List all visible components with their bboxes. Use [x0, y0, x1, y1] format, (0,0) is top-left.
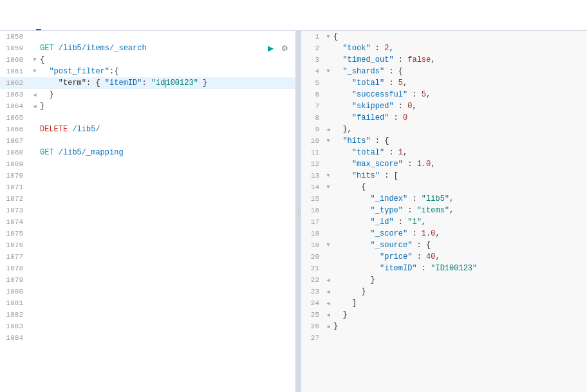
response-fold-indicator[interactable]: ◀ [324, 312, 332, 319]
response-line-number: 13 [301, 172, 324, 180]
top-navigation [0, 0, 587, 31]
response-fold-indicator[interactable]: ▼ [324, 184, 332, 191]
editor-line-1084: 1084 [0, 332, 295, 344]
response-line-content: } [332, 310, 587, 319]
editor-line-1058: 1058 [0, 31, 295, 42]
response-line-1: 1▼{ [301, 31, 587, 42]
response-line-number: 3 [301, 56, 324, 64]
response-fold-indicator[interactable]: ▼ [324, 173, 332, 179]
line-number: 1084 [0, 334, 31, 342]
response-line-23: 23◀ } [301, 286, 587, 297]
tab-search-profiler[interactable] [36, 0, 41, 30]
editor-line-1062: 1062 "term": { "itemID": "id100123" } [0, 77, 295, 89]
response-line-content: "_source" : { [332, 241, 587, 250]
line-number: 1074 [0, 218, 31, 226]
response-fold-indicator[interactable]: ◀ [324, 126, 332, 133]
line-number: 1067 [0, 137, 31, 145]
response-line-3: 3 "timed_out" : false, [301, 54, 587, 66]
response-lines: 1▼{2 "took" : 2,3 "timed_out" : false,4▼… [301, 31, 587, 344]
response-line-number: 25 [301, 311, 324, 319]
response-fold-indicator[interactable]: ▼ [324, 68, 332, 75]
response-fold-indicator[interactable]: ◀ [324, 300, 332, 307]
editor-line-1081: 1081 [0, 297, 295, 309]
settings-button[interactable]: ⚙ [279, 42, 290, 54]
line-number: 1063 [0, 91, 31, 98]
line-number: 1078 [0, 265, 31, 272]
response-line-content: }, [332, 125, 587, 134]
response-line-number: 6 [301, 91, 324, 98]
line-number: 1081 [0, 299, 31, 307]
editor-line-1082: 1082 [0, 309, 295, 321]
line-number: 1077 [0, 253, 31, 261]
editor-panel: 10581059GET /lib5/items/_search▶⚙1060▼{1… [0, 31, 296, 392]
line-number: 1061 [0, 68, 31, 75]
response-fold-indicator[interactable]: ◀ [324, 288, 332, 295]
line-content: GET /lib5/_mapping [39, 148, 295, 157]
editor-line-1063: 1063◀ } [0, 89, 295, 100]
response-line-2: 2 "took" : 2, [301, 42, 587, 54]
line-number: 1079 [0, 276, 31, 284]
response-fold-indicator[interactable]: ◀ [324, 323, 332, 330]
response-line-17: 17 "_id" : "1", [301, 216, 587, 228]
line-number: 1075 [0, 230, 31, 238]
tab-grok-debugger[interactable] [62, 0, 67, 30]
response-fold-indicator[interactable]: ▼ [324, 242, 332, 248]
response-panel[interactable]: 1▼{2 "took" : 2,3 "timed_out" : false,4▼… [301, 31, 587, 392]
editor-line-1076: 1076 [0, 239, 295, 251]
response-line-number: 22 [301, 276, 324, 284]
line-content: } [39, 90, 295, 99]
editor-line-1072: 1072 [0, 193, 295, 205]
response-line-number: 14 [301, 183, 324, 191]
response-line-number: 10 [301, 137, 324, 145]
response-line-number: 26 [301, 322, 324, 330]
editor-line-1067: 1067 [0, 135, 295, 147]
response-line-content: "_shards" : { [332, 67, 587, 76]
line-number: 1060 [0, 56, 31, 64]
response-line-number: 9 [301, 126, 324, 133]
response-line-content: "total" : 5, [332, 79, 587, 88]
line-content: } [39, 102, 295, 111]
code-editor[interactable]: 10581059GET /lib5/items/_search▶⚙1060▼{1… [0, 31, 295, 392]
response-line-number: 24 [301, 299, 324, 307]
line-content: "term": { "itemID": "id100123" } [39, 79, 295, 88]
line-number: 1071 [0, 183, 31, 191]
fold-indicator[interactable]: ▼ [31, 57, 39, 63]
response-line-number: 21 [301, 265, 324, 272]
line-content: { [39, 55, 295, 64]
editor-line-1065: 1065 [0, 112, 295, 124]
response-line-5: 5 "total" : 5, [301, 77, 587, 89]
response-fold-indicator[interactable]: ◀ [324, 277, 332, 284]
resize-handle[interactable]: ⋮ [296, 31, 301, 392]
response-line-15: 15 "_index" : "lib5", [301, 193, 587, 205]
fold-indicator[interactable]: ◀ [31, 91, 39, 98]
editor-line-1069: 1069 [0, 158, 295, 170]
response-line-number: 17 [301, 218, 324, 226]
line-number: 1062 [0, 79, 31, 87]
line-number: 1068 [0, 149, 31, 156]
response-fold-indicator[interactable]: ▼ [324, 138, 332, 144]
fold-indicator[interactable]: ▼ [31, 68, 39, 75]
response-line-25: 25◀ } [301, 309, 587, 321]
response-line-content: "skipped" : 0, [332, 102, 587, 111]
response-line-content: "price" : 40, [332, 252, 587, 261]
line-number: 1066 [0, 126, 31, 133]
response-line-content: "itemID" : "ID100123" [332, 264, 587, 273]
response-line-content: "took" : 2, [332, 44, 587, 53]
editor-line-1066: 1066DELETE /lib5/ [0, 124, 295, 135]
response-line-number: 8 [301, 114, 324, 122]
response-line-number: 27 [301, 334, 324, 342]
response-line-9: 9◀ }, [301, 124, 587, 135]
response-line-number: 2 [301, 44, 324, 52]
response-line-number: 1 [301, 33, 324, 41]
response-line-content: "hits" : [ [332, 171, 587, 180]
line-number: 1076 [0, 241, 31, 249]
line-number: 1073 [0, 207, 31, 214]
line-number: 1072 [0, 195, 31, 203]
tab-console[interactable] [10, 0, 15, 30]
fold-indicator[interactable]: ◀ [31, 103, 39, 110]
line-content: DELETE /lib5/ [39, 125, 295, 134]
response-fold-indicator[interactable]: ▼ [324, 33, 332, 40]
response-line-27: 27 [301, 332, 587, 344]
response-line-content: } [332, 275, 587, 285]
run-button[interactable]: ▶ [265, 42, 276, 54]
